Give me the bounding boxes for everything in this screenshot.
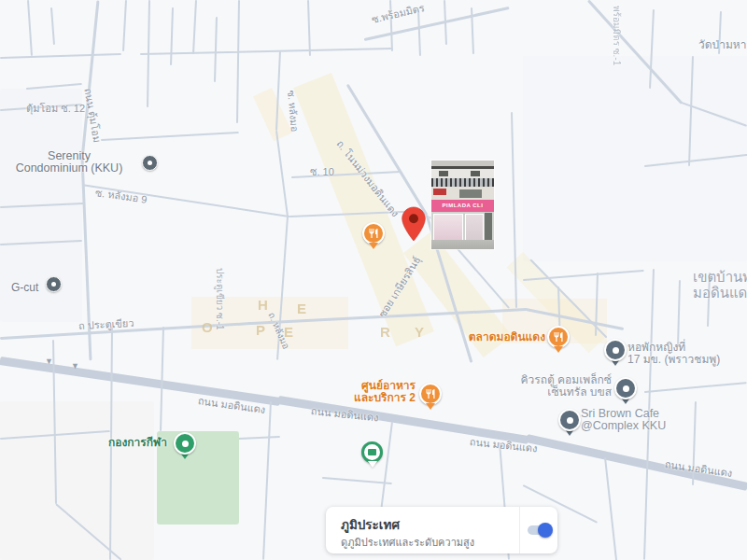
road-segment	[322, 477, 392, 484]
road-label: ตุ้มโอม ซ. 12	[26, 100, 85, 117]
road-segment	[214, 17, 218, 82]
restaurant-pin-market[interactable]	[547, 326, 570, 353]
watermark-letter: Y	[415, 324, 424, 340]
restaurant-pin[interactable]	[362, 222, 385, 249]
oneway-arrow-icon: ▼	[71, 361, 79, 371]
toggle-knob	[538, 523, 553, 538]
restaurant-icon	[425, 388, 436, 399]
temple-label: วัดป่ามหาว	[698, 35, 747, 53]
photo-glass	[465, 214, 484, 241]
photo-door	[485, 213, 492, 240]
road-segment	[160, 327, 164, 431]
road-segment	[307, 0, 311, 56]
poi-pin-cafe[interactable]	[558, 409, 581, 436]
poi-label-market[interactable]: ตลาดมอดินแดง	[452, 331, 545, 343]
road-segment	[0, 53, 121, 59]
road-label: ซ. หลังมอ 9	[94, 184, 148, 208]
road-segment	[27, 0, 33, 56]
restaurant-icon	[368, 228, 379, 239]
poi-label-van-queue[interactable]: คิวรถตู้ คอมเพล็กซ์ เซ็นทรัล บขส	[515, 374, 612, 399]
poi-pin-dorm[interactable]	[604, 339, 627, 366]
photo-ground	[431, 240, 494, 249]
district-label: เขตบ้านพ มอดินแดง	[693, 269, 747, 301]
destination-pin[interactable]	[401, 206, 427, 242]
road-segment	[140, 48, 392, 55]
watermark-letter: P	[256, 322, 265, 338]
map-block	[0, 401, 154, 560]
road-segment	[101, 132, 239, 141]
poi-label-dorm[interactable]: หอพักหญิงที่ 17 มข. (พราวชมพู)	[627, 342, 720, 366]
poi-label-food-center[interactable]: ศูนย์อาหาร และบริการ 2	[331, 380, 416, 404]
restaurant-icon	[553, 331, 564, 343]
road-label: พร้อมมิตร ซ.-1	[610, 6, 624, 65]
poi-label-gcut[interactable]: G-cut	[11, 282, 38, 294]
road-segment	[262, 401, 272, 560]
photo-window	[471, 171, 480, 176]
terrain-toggle[interactable]	[528, 525, 550, 535]
road-label: ถนน มอดินแดง	[310, 402, 379, 427]
poi-pin-serenity[interactable]	[142, 155, 158, 171]
watermark-letter: O	[202, 319, 213, 335]
terrain-card-subtitle: ดูภูมิประเทศและระดับความสูง	[341, 534, 474, 551]
photo-window	[439, 171, 448, 176]
road-label: ซ. 10	[310, 163, 334, 180]
poi-label-sports[interactable]: กองการกีฬา	[108, 437, 167, 449]
watermark-letter: E	[297, 301, 306, 316]
poi-label-cafe[interactable]: Sri Brown Cafe @Complex KKU	[581, 408, 666, 432]
road-label: ประตูเขียว ซ.-1	[213, 268, 227, 330]
road-segment	[50, 7, 55, 45]
photo-railing	[431, 178, 494, 187]
road-segment	[122, 0, 127, 51]
place-photo-thumbnail[interactable]: PIMLADA CLI	[431, 161, 494, 249]
road-segment	[511, 112, 517, 308]
road-segment	[644, 382, 747, 393]
road-segment	[238, 436, 280, 440]
road-segment	[192, 0, 197, 54]
building-icon	[368, 449, 376, 455]
card-divider	[519, 507, 520, 553]
poi-pin-green[interactable]	[361, 441, 383, 468]
road-label: ถ ประตูเขียว	[78, 315, 134, 334]
road-segment	[604, 457, 617, 560]
terrain-card: ภูมิประเทศ ดูภูมิประเทศและระดับความสูง	[326, 507, 557, 553]
terrain-card-title: ภูมิประเทศ	[341, 514, 400, 535]
restaurant-pin-food-center[interactable]	[419, 383, 442, 410]
poi-pin-gcut[interactable]	[46, 276, 62, 292]
road-segment	[275, 131, 289, 217]
oneway-arrow-icon: ▼	[45, 357, 53, 366]
watermark-letter: H	[258, 297, 268, 313]
watermark-letter: R	[380, 324, 390, 340]
road-segment	[236, 0, 240, 123]
photo-shop-sign: PIMLADA CLI	[431, 200, 494, 212]
photo-glass	[433, 214, 463, 241]
road-segment	[677, 280, 681, 347]
photo-window	[459, 189, 482, 198]
park-area	[157, 431, 239, 525]
road-segment	[170, 7, 174, 65]
map-canvas[interactable]: ▼ ▼ H E O P E R Y ซ.พร้อมมิตร วัดป่ามหาว…	[0, 0, 747, 560]
poi-pin-sports[interactable]	[174, 432, 196, 459]
poi-pin-van-queue[interactable]	[614, 377, 637, 404]
photo-small-sign	[433, 189, 446, 195]
poi-label-serenity[interactable]: Serenity Condominium (KKU)	[0, 150, 138, 175]
